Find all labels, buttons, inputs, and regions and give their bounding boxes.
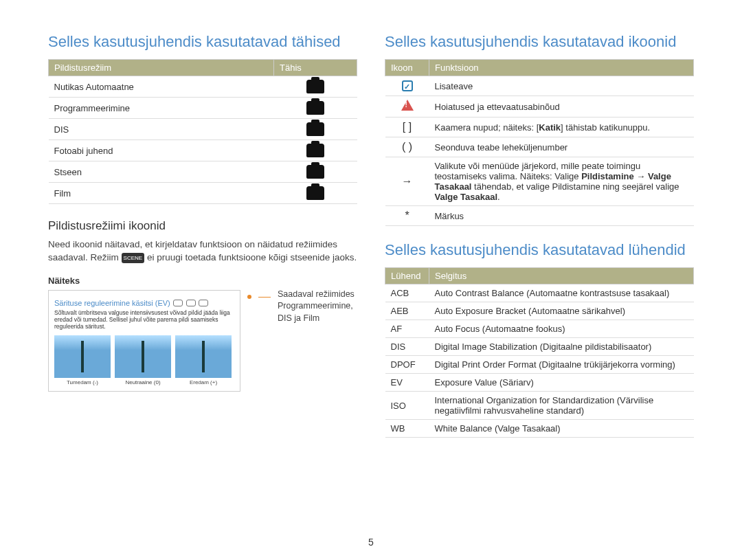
example-label: Näiteks xyxy=(48,276,357,286)
indicators-table: Pildistusrežiim Tähis Nutikas Automaatne… xyxy=(48,59,357,204)
table-row: Stseen xyxy=(49,161,357,183)
example-box-title: Särituse reguleerimine käsitsi (EV) xyxy=(54,299,170,307)
mode-icons-body: Need ikoonid näitavad, et kirjeldatav fu… xyxy=(48,238,357,265)
mode-icons-subheading: Pildistusrežiimi ikoonid xyxy=(48,219,357,233)
abbrev-cell: DIS xyxy=(385,338,429,356)
page-number: 5 xyxy=(368,537,374,548)
abbrev-cell: ISO xyxy=(385,392,429,420)
image-caption: Neutraalne (0) xyxy=(115,379,171,385)
mode-cell: Programmeerimine xyxy=(49,98,274,119)
indicators-heading: Selles kasutusjuhendis kasutatavad tähis… xyxy=(48,33,357,51)
mode-badge-icon xyxy=(199,300,208,306)
abbrev-cell: AEB xyxy=(385,302,429,320)
abbrev-cell: AF xyxy=(385,320,429,338)
example-image-item: Eredam (+) xyxy=(175,335,232,385)
movie-camera-icon xyxy=(274,183,357,204)
mode-cell: DIS xyxy=(49,119,274,140)
th-mode: Pildistusrežiim xyxy=(49,60,274,76)
image-caption: Eredam (+) xyxy=(175,379,232,385)
function-cell: Seonduva teabe leheküljenumber xyxy=(429,137,694,157)
function-cell: Hoiatused ja ettevaatusabinõud xyxy=(429,96,694,117)
function-cell: Lisateave xyxy=(429,76,694,96)
example-box-desc: Sõltuvalt ümbritseva valguse intensiivsu… xyxy=(54,309,234,331)
smart-auto-camera-icon xyxy=(274,76,357,98)
info-icon: ✓ xyxy=(385,76,429,96)
parens-symbol: ( ) xyxy=(385,137,429,157)
star-symbol: * xyxy=(385,206,429,226)
mode-cell: Fotoabi juhend xyxy=(49,140,274,161)
table-row: DPOFDigital Print Order Format (Digitaal… xyxy=(385,356,694,374)
table-row: [ ]Kaamera nupud; näiteks: [Katik] tähis… xyxy=(385,117,694,137)
table-row: ( )Seonduva teabe leheküljenumber xyxy=(385,137,694,157)
table-row: ISOInternational Organization for Standa… xyxy=(385,392,694,420)
function-cell: Märkus xyxy=(429,206,694,226)
scene-clapper-icon xyxy=(274,161,357,183)
table-row: →Valikute või menüüde järjekord, mille p… xyxy=(385,157,694,206)
th-indicator: Tähis xyxy=(274,60,357,76)
table-row: EVExposure Value (Säriarv) xyxy=(385,374,694,392)
abbrev-table: Lühend Selgitus ACBAuto Contrast Balance… xyxy=(385,267,694,438)
definition-cell: Auto Contrast Balance (Automaatne kontra… xyxy=(429,284,694,302)
table-row: Programmeerimine xyxy=(49,98,357,119)
table-row: ✓Lisateave xyxy=(385,76,694,96)
table-row: DISDigital Image Stabilization (Digitaal… xyxy=(385,338,694,356)
abbrev-cell: EV xyxy=(385,374,429,392)
dis-hand-icon xyxy=(274,119,357,140)
mode-cell: Stseen xyxy=(49,161,274,183)
abbrev-cell: ACB xyxy=(385,284,429,302)
mode-badge-icon xyxy=(173,300,183,306)
image-caption: Tumedam (-) xyxy=(54,379,111,385)
abbrev-heading: Selles kasutusjuhendis kasutatavad lühen… xyxy=(385,241,694,259)
mode-cell: Film xyxy=(49,183,274,204)
th-def: Selgitus xyxy=(429,268,694,284)
program-camera-p-icon xyxy=(274,98,357,119)
callout-text: Saadaval režiimides Programmeerimine, DI… xyxy=(278,289,355,325)
th-function: Funktsioon xyxy=(429,60,694,76)
table-row: Hoiatused ja ettevaatusabinõud xyxy=(385,96,694,117)
arrow-symbol: → xyxy=(385,157,429,206)
example-photo xyxy=(54,335,111,378)
table-row: Film xyxy=(49,183,357,204)
table-row: Fotoabi juhend xyxy=(49,140,357,161)
definition-cell: Digital Print Order Format (Digitaalne t… xyxy=(429,356,694,374)
brackets-symbol: [ ] xyxy=(385,117,429,137)
example-box: Särituse reguleerimine käsitsi (EV) Sõlt… xyxy=(48,290,240,392)
table-row: AEBAuto Exposure Bracket (Automaatne sär… xyxy=(385,302,694,320)
table-row: Nutikas Automaatne xyxy=(49,76,357,98)
definition-cell: International Organization for Standardi… xyxy=(429,392,694,420)
warning-icon xyxy=(385,96,429,117)
table-row: *Märkus xyxy=(385,206,694,226)
example-photo xyxy=(115,335,171,378)
table-row: DIS xyxy=(49,119,357,140)
icons-table: Ikoon Funktsioon ✓LisateaveHoiatused ja … xyxy=(385,59,694,226)
scene-clapper-icon-inline: SCENE xyxy=(122,253,145,263)
icons-heading: Selles kasutusjuhendis kasutatavad ikoon… xyxy=(385,33,694,51)
th-icon: Ikoon xyxy=(385,60,429,76)
mode-cell: Nutikas Automaatne xyxy=(49,76,274,98)
callout-line xyxy=(258,297,271,298)
example-photo xyxy=(175,335,232,378)
definition-cell: Auto Exposure Bracket (Automaatne särika… xyxy=(429,302,694,320)
callout-bullet-icon xyxy=(247,295,251,299)
mode-badge-icon xyxy=(186,300,196,306)
definition-cell: White Balance (Valge Tasakaal) xyxy=(429,420,694,438)
photo-help-camera-icon xyxy=(274,140,357,161)
definition-cell: Auto Focus (Automaatne fookus) xyxy=(429,320,694,338)
abbrev-cell: DPOF xyxy=(385,356,429,374)
definition-cell: Exposure Value (Säriarv) xyxy=(429,374,694,392)
table-row: AFAuto Focus (Automaatne fookus) xyxy=(385,320,694,338)
th-abbrev: Lühend xyxy=(385,268,429,284)
definition-cell: Digital Image Stabilization (Digitaalne … xyxy=(429,338,694,356)
abbrev-cell: WB xyxy=(385,420,429,438)
table-row: ACBAuto Contrast Balance (Automaatne kon… xyxy=(385,284,694,302)
example-image-item: Neutraalne (0) xyxy=(115,335,171,385)
table-row: WBWhite Balance (Valge Tasakaal) xyxy=(385,420,694,438)
function-cell: Valikute või menüüde järjekord, mille pe… xyxy=(429,157,694,206)
example-image-item: Tumedam (-) xyxy=(54,335,111,385)
function-cell: Kaamera nupud; näiteks: [Katik] tähistab… xyxy=(429,117,694,137)
